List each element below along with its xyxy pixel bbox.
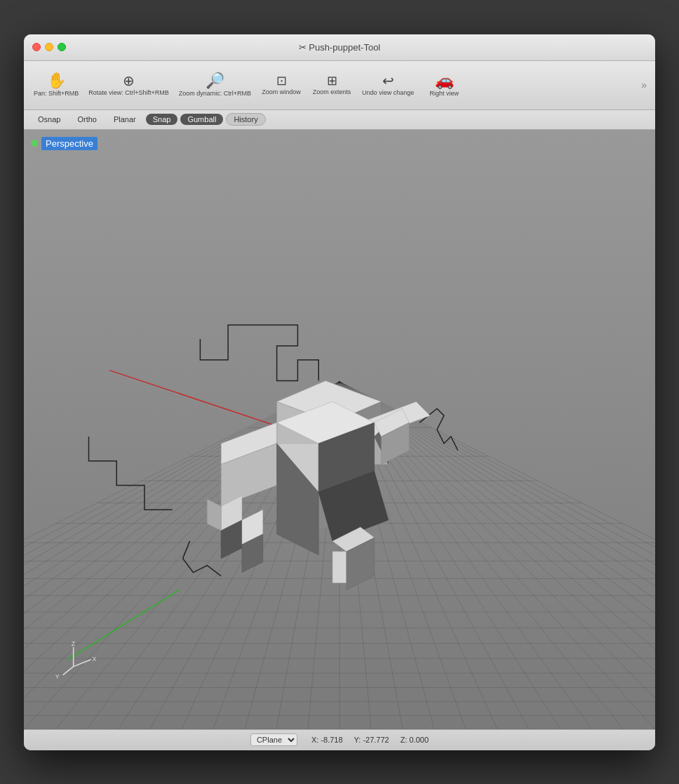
z-coord: Z: 0.000 [401,736,429,744]
osnap-toggle[interactable]: Osnap [29,113,69,126]
window-title: ✂ Push-puppet-Tool [299,42,381,53]
svg-text:X: X [92,655,96,662]
undo-view-label: Undo view change [362,89,414,96]
toolbar: ✋ Pan: Shift+RMB ⊕ Rotate view: Ctrl+Shi… [24,61,655,110]
cplane-select[interactable]: CPlane [250,733,297,746]
pan-label: Pan: Shift+RMB [34,90,79,97]
undo-view-icon: ↩ [382,74,394,88]
close-button[interactable] [32,43,41,51]
zoom-window-button[interactable]: ⊡ Zoom window [257,72,306,98]
svg-text:Z: Z [72,639,76,646]
minimize-button[interactable] [45,43,53,51]
traffic-lights [32,43,66,51]
svg-marker-23 [332,551,347,583]
main-window: ✂ Push-puppet-Tool ✋ Pan: Shift+RMB ⊕ Ro… [24,34,655,750]
svg-text:Y: Y [55,673,60,680]
gumball-toggle[interactable]: Gumball [180,114,223,125]
x-value: X: -8.718 [311,736,343,744]
svg-line-29 [74,659,91,666]
statusbar: Osnap Ortho Planar Snap Gumball History [24,110,655,130]
pan-icon: ✋ [47,73,66,88]
right-view-label: Right view [429,90,459,97]
toolbar-more-button[interactable]: » [638,77,650,93]
z-value: Z: 0.000 [401,736,429,744]
viewport[interactable]: Perspective [24,130,655,729]
rotate-label: Rotate view: Ctrl+Shift+RMB [88,89,169,96]
coordinates: X: -8.718 Y: -27.772 Z: 0.000 [311,736,429,744]
right-view-icon: 🚗 [435,73,454,88]
zoom-window-label: Zoom window [262,88,301,95]
maximize-button[interactable] [58,43,66,51]
y-value: Y: -27.772 [354,736,389,744]
planar-toggle[interactable]: Planar [105,113,144,126]
bottom-bar: CPlane X: -8.718 Y: -27.772 Z: 0.000 [24,729,655,750]
zoom-dynamic-label: Zoom dynamic: Ctrl+RMB [179,90,251,97]
rotate-button[interactable]: ⊕ Rotate view: Ctrl+Shift+RMB [84,71,173,99]
y-coord: Y: -27.772 [354,736,389,744]
zoom-dynamic-icon: 🔎 [206,73,224,88]
perspective-dot [31,140,38,147]
zoom-extents-label: Zoom extents [313,88,351,95]
svg-line-1 [68,590,180,659]
history-toggle[interactable]: History [226,113,265,126]
zoom-extents-icon: ⊞ [327,74,337,87]
snap-toggle[interactable]: Snap [146,114,178,125]
x-coord: X: -8.718 [311,736,343,744]
zoom-window-icon: ⊡ [276,74,287,87]
zoom-extents-button[interactable]: ⊞ Zoom extents [307,72,356,98]
model-overlay: X Z Y [24,130,655,729]
rotate-icon: ⊕ [123,74,135,88]
svg-marker-21 [207,499,221,531]
svg-line-31 [63,666,74,675]
undo-view-button[interactable]: ↩ Undo view change [358,71,418,99]
titlebar: ✂ Push-puppet-Tool [24,34,655,61]
ortho-toggle[interactable]: Ortho [69,113,105,126]
right-view-button[interactable]: 🚗 Right view [419,70,469,100]
perspective-text: Perspective [41,137,98,150]
perspective-label: Perspective [31,137,98,150]
pan-button[interactable]: ✋ Pan: Shift+RMB [29,70,83,100]
zoom-dynamic-button[interactable]: 🔎 Zoom dynamic: Ctrl+RMB [175,70,255,100]
